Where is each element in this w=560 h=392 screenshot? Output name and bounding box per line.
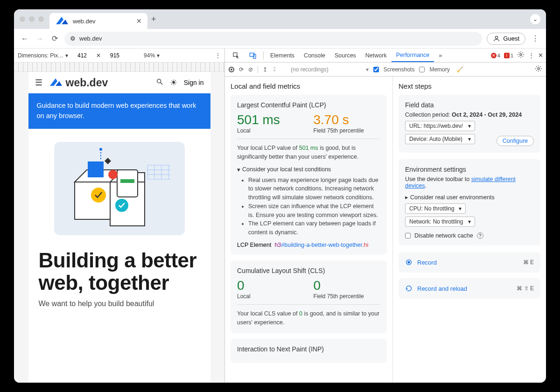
device-toggle-icon[interactable]: [245, 49, 261, 62]
url-select[interactable]: URL: https://web.dev/▾: [405, 121, 475, 131]
width-input[interactable]: [72, 52, 92, 59]
logo-glyph-icon: [49, 77, 63, 89]
record-action[interactable]: Record ⌘ E: [399, 252, 540, 273]
tabs-overflow-icon[interactable]: »: [434, 49, 447, 62]
hero-illustration: [54, 142, 185, 235]
rendered-page: ☰ web.dev ☀ Sign in Guidance to build mo…: [28, 72, 210, 383]
cls-local-label: Local: [237, 293, 304, 300]
brand-text: web.dev: [66, 77, 108, 89]
tab-elements[interactable]: Elements: [266, 49, 299, 62]
metrics-title: Local and field metrics: [231, 82, 387, 90]
signin-link[interactable]: Sign in: [184, 79, 204, 86]
site-banner: Guidance to build modern web experiences…: [28, 93, 210, 129]
network-throttle-select[interactable]: Network: No throttling▾: [405, 217, 475, 227]
lcp-bullet-0: Real users may experience longer page lo…: [248, 176, 380, 202]
theme-icon[interactable]: ☀: [170, 77, 177, 88]
dimensions-select[interactable]: Dimensions: Pix… ▾: [18, 52, 68, 59]
svg-point-1: [157, 79, 161, 83]
tab-performance[interactable]: Performance: [392, 49, 434, 62]
max-dot[interactable]: [38, 16, 44, 22]
download-icon[interactable]: ↧: [272, 66, 277, 73]
recordings-select[interactable]: (no recordings)▾: [291, 66, 369, 73]
perf-settings-icon[interactable]: [535, 65, 542, 74]
svg-point-6: [91, 188, 106, 203]
devtools-pane: Elements Console Sources Network Perform…: [225, 49, 546, 383]
svg-point-28: [538, 68, 539, 70]
lcp-summary: Your local LCP value of 501 ms is good, …: [237, 144, 380, 161]
env-consider-toggle[interactable]: ▸ Consider real user environments: [405, 194, 534, 201]
svg-marker-12: [105, 158, 111, 164]
perf-panels: Local and field metrics Largest Contentf…: [225, 77, 546, 383]
svg-rect-9: [117, 170, 138, 197]
url-bar: ← → ⟳ ⚙ web.dev Guest ⋮: [14, 29, 546, 49]
device-select[interactable]: Device: Auto (Mobile)▾: [405, 134, 475, 144]
reload-record-icon[interactable]: ⟳: [239, 66, 244, 73]
chevron-down-icon: ▾: [468, 218, 471, 225]
site-header: ☰ web.dev ☀ Sign in: [28, 72, 210, 93]
tab-sources[interactable]: Sources: [330, 49, 361, 62]
site-logo[interactable]: web.dev: [49, 77, 108, 89]
configure-button[interactable]: Configure: [497, 136, 534, 146]
collection-period: Oct 2, 2024 - Oct 29, 2024: [452, 112, 522, 118]
inspect-icon[interactable]: [228, 49, 245, 62]
upload-icon[interactable]: ↥: [263, 66, 267, 73]
url-input[interactable]: ⚙ web.dev: [64, 32, 482, 46]
devtools-tabbar: Elements Console Sources Network Perform…: [225, 49, 546, 63]
profile-button[interactable]: Guest: [487, 33, 525, 45]
reload-icon[interactable]: ⟳: [49, 34, 60, 44]
tab-title: web.dev: [73, 18, 95, 25]
memory-checkbox[interactable]: [419, 67, 425, 72]
lcp-local-value: 501 ms: [237, 112, 304, 127]
disable-cache-checkbox[interactable]: [405, 233, 411, 238]
search-icon[interactable]: [156, 78, 163, 88]
tabs-overflow-icon[interactable]: ⌄: [530, 14, 540, 24]
devtools-menu-icon[interactable]: ⋮: [528, 52, 534, 59]
close-dot[interactable]: [20, 16, 25, 22]
record-label: Record: [417, 259, 437, 266]
env-settings-card: Environment settings Use the device tool…: [399, 159, 540, 245]
hamburger-icon[interactable]: ☰: [35, 77, 42, 88]
tab-favicon: [55, 15, 69, 27]
gc-icon[interactable]: 🧹: [456, 66, 463, 73]
height-input[interactable]: [105, 52, 125, 59]
hero-subtitle: We want to help you build beautiful: [28, 294, 210, 308]
browser-tab[interactable]: web.dev ✕: [49, 13, 147, 29]
titlebar: web.dev ✕ + ⌄: [14, 9, 546, 29]
errors-badge[interactable]: ✕4: [491, 53, 500, 58]
tab-close-icon[interactable]: ✕: [136, 17, 142, 25]
tab-network[interactable]: Network: [361, 49, 392, 62]
clear-icon[interactable]: ⊘: [248, 66, 253, 73]
next-steps-column: Next steps Field data Collection period:…: [393, 77, 546, 383]
tab-console[interactable]: Console: [299, 49, 330, 62]
env-heading: Environment settings: [405, 166, 534, 173]
lcp-bullet-2: The LCP element can vary between page lo…: [248, 219, 380, 237]
cpu-throttle-select[interactable]: CPU: No throttling▾: [405, 203, 466, 214]
site-info-icon[interactable]: ⚙: [70, 35, 76, 42]
device-viewport: ☰ web.dev ☀ Sign in Guidance to build mo…: [14, 72, 224, 383]
forward-icon[interactable]: →: [35, 34, 45, 44]
browser-menu-icon[interactable]: ⋮: [530, 34, 540, 44]
record-button[interactable]: [229, 66, 234, 73]
lcp-bullets: Real users may experience longer page lo…: [237, 176, 380, 237]
devtools-close-icon[interactable]: ✕: [538, 52, 543, 59]
record-reload-action[interactable]: Record and reload ⌘ ⇧ E: [399, 278, 540, 299]
svg-point-15: [108, 170, 118, 179]
screenshots-checkbox[interactable]: [373, 67, 379, 72]
lcp-element[interactable]: LCP Element h3#building-a-better-web-tog…: [237, 242, 380, 248]
disable-cache-label: Disable network cache: [414, 232, 473, 239]
help-icon[interactable]: ?: [477, 232, 483, 239]
min-dot[interactable]: [29, 16, 35, 22]
back-icon[interactable]: ←: [20, 34, 30, 44]
cls-field-label: Field 75th percentile: [314, 293, 381, 300]
url-text: web.dev: [79, 35, 102, 42]
device-menu-icon[interactable]: ⋮: [215, 52, 221, 59]
cls-local-value: 0: [237, 278, 304, 293]
lcp-consider-toggle[interactable]: ▾ Consider your local test conditions: [237, 166, 380, 173]
new-tab-button[interactable]: +: [151, 14, 156, 24]
svg-point-27: [520, 54, 522, 56]
settings-icon[interactable]: [517, 51, 525, 60]
hero-title: Building a better web, together: [28, 240, 210, 294]
content-area: Dimensions: Pix… ▾ ✕ 94% ▾ ⋮ ☰ web.dev: [14, 49, 546, 383]
zoom-select[interactable]: 94% ▾: [144, 52, 160, 59]
issues-badge[interactable]: !1: [504, 53, 513, 58]
